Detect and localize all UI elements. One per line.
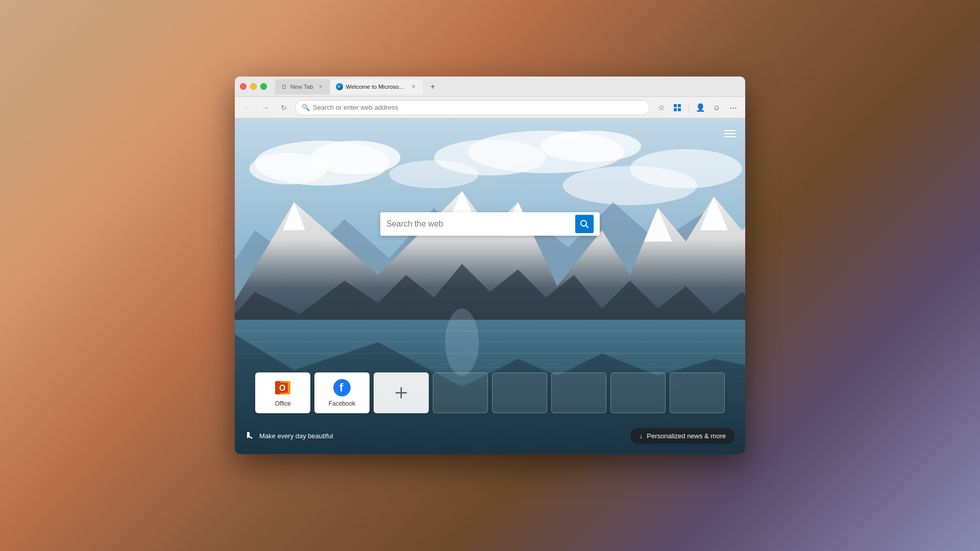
toolbar-actions: ☆ 👤 ☺ ⋯	[654, 101, 740, 115]
svg-rect-2	[674, 108, 677, 111]
close-button[interactable]	[240, 83, 247, 90]
new-tab-favicon: 🗋	[280, 83, 287, 90]
empty-slot-5	[688, 384, 706, 402]
tab-edge-welcome[interactable]: e Welcome to Microsoft Edge C… ✕	[331, 79, 423, 94]
forward-button[interactable]: →	[258, 101, 273, 115]
svg-point-9	[541, 131, 641, 162]
office-icon: O	[274, 379, 292, 397]
bing-logo	[245, 431, 255, 441]
tab-edge-close[interactable]: ✕	[409, 83, 418, 91]
quick-link-facebook[interactable]: f Facebook	[314, 372, 370, 413]
profile-button[interactable]: 👤	[693, 101, 707, 115]
quick-link-empty-3[interactable]	[551, 372, 606, 413]
search-input[interactable]	[386, 219, 575, 229]
svg-point-7	[249, 153, 328, 184]
bing-label: Make every day beautiful	[259, 432, 333, 440]
svg-line-36	[586, 226, 589, 228]
quick-link-empty-4[interactable]	[610, 372, 666, 413]
new-tab-button[interactable]: +	[426, 80, 440, 94]
more-button[interactable]: ⋯	[726, 101, 740, 115]
add-icon	[392, 384, 410, 402]
reload-button[interactable]: ↻	[277, 101, 291, 115]
quick-link-empty-5[interactable]	[670, 372, 725, 413]
menu-bar-3	[724, 136, 736, 137]
facebook-label: Facebook	[329, 400, 356, 407]
news-btn-icon: ↓	[640, 432, 643, 440]
svg-text:O: O	[279, 384, 285, 392]
search-container	[380, 212, 600, 236]
facebook-icon: f	[333, 379, 351, 397]
svg-rect-0	[674, 104, 677, 107]
toolbar-divider	[689, 103, 689, 113]
maximize-button[interactable]	[260, 83, 267, 90]
address-input[interactable]	[313, 104, 643, 111]
new-tab-content: O Office f Facebook	[235, 118, 745, 454]
empty-slot-3	[570, 384, 588, 402]
quick-link-add[interactable]	[374, 372, 429, 413]
quick-links: O Office f Facebook	[255, 372, 725, 413]
svg-rect-1	[678, 104, 681, 107]
address-bar[interactable]: 🔍	[295, 100, 650, 115]
tab-edge-title: Welcome to Microsoft Edge C…	[346, 84, 406, 90]
search-submit-button[interactable]	[575, 215, 594, 233]
bing-branding: Make every day beautiful	[245, 431, 333, 441]
svg-point-13	[563, 166, 697, 205]
minimize-button[interactable]	[250, 83, 257, 90]
tab-new-tab[interactable]: 🗋 New Tab ✕	[275, 79, 330, 94]
traffic-lights	[240, 83, 267, 90]
empty-slot-2	[510, 384, 529, 402]
search-address-icon: 🔍	[302, 104, 310, 111]
office-label: Office	[275, 400, 290, 407]
browser-window: 🗋 New Tab ✕ e Welcome to Microsoft Edge …	[235, 77, 745, 454]
tab-new-tab-title: New Tab	[290, 84, 313, 90]
search-box	[380, 212, 600, 236]
edge-icon: e	[336, 83, 343, 90]
svg-rect-3	[678, 108, 681, 111]
svg-text:f: f	[339, 381, 344, 394]
tab-new-tab-close[interactable]: ✕	[316, 83, 325, 91]
menu-button[interactable]	[722, 126, 738, 142]
address-bar-area: ← → ↻ 🔍 ☆ 👤 ☺ ⋯	[235, 97, 745, 118]
news-button[interactable]: ↓ Personalized news & more	[630, 428, 735, 444]
menu-bar-2	[724, 133, 736, 134]
emoji-button[interactable]: ☺	[709, 101, 724, 115]
empty-slot-1	[451, 384, 470, 402]
tabs-area: 🗋 New Tab ✕ e Welcome to Microsoft Edge …	[275, 79, 740, 94]
news-btn-label: Personalized news & more	[647, 432, 726, 440]
quick-link-empty-2[interactable]	[492, 372, 547, 413]
empty-slot-4	[629, 384, 647, 402]
svg-point-12	[389, 160, 479, 188]
bottom-bar: Make every day beautiful ↓ Personalized …	[235, 428, 745, 444]
quick-link-office[interactable]: O Office	[255, 372, 310, 413]
title-bar: 🗋 New Tab ✕ e Welcome to Microsoft Edge …	[235, 77, 745, 97]
collections-button[interactable]	[670, 101, 684, 115]
bookmark-button[interactable]: ☆	[654, 101, 668, 115]
search-icon	[580, 219, 589, 229]
quick-link-empty-1[interactable]	[433, 372, 488, 413]
svg-point-34	[445, 309, 479, 376]
menu-bar-1	[724, 130, 736, 131]
edge-tab-favicon: e	[336, 83, 343, 90]
back-button[interactable]: ←	[240, 101, 254, 115]
